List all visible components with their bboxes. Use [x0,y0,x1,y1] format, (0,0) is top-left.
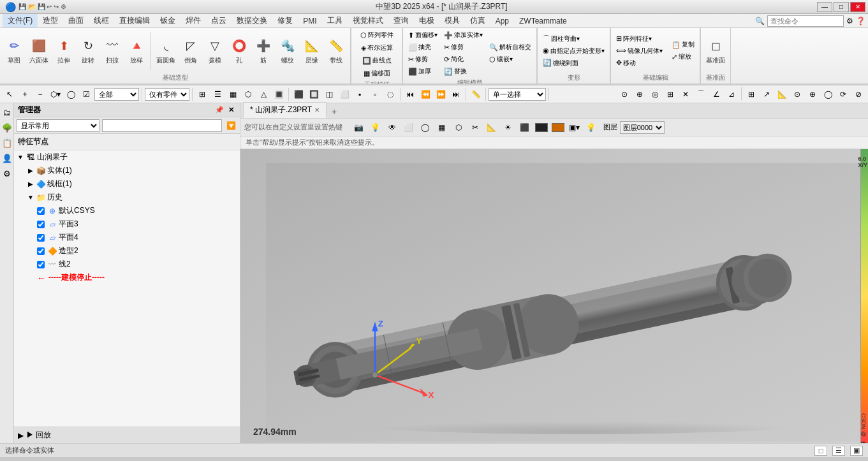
sidebar-icon-tree[interactable]: 🌳 [1,121,13,134]
ribbon-btn-hole[interactable]: ⭕ 孔 [228,34,251,68]
tb-render4[interactable]: ⬜ [337,87,351,101]
vp-btn-material[interactable]: ▣▾ [568,121,582,135]
tb-extra5[interactable]: ⊕ [805,87,820,101]
ribbon-btn-rib[interactable]: ➕ 筋 [252,34,275,68]
vp-btn-sphere[interactable]: ◯ [418,121,432,135]
ribbon-btn-hexahedron[interactable]: 🟫 六面体 [27,34,51,68]
tb-extra4[interactable]: ⊙ [790,87,804,101]
tree-item-plane3[interactable]: ▱ 平面3 [14,217,240,231]
menu-visual[interactable]: 视觉样式 [348,14,388,27]
tb-cursor[interactable]: ↖ [3,87,17,101]
canvas-area[interactable]: Z X Y 274.94mm CSDN @山润果子 6.0X/ [240,149,868,443]
tb-snap7[interactable]: ∠ [709,87,723,101]
tb-render3[interactable]: ◫ [322,87,336,101]
layer-select[interactable]: 图层0000 [620,121,665,134]
tree-check-plane3[interactable] [37,221,45,228]
search-input[interactable] [767,15,844,27]
tb-view2[interactable]: ☰ [210,87,224,101]
tree-check-csys[interactable] [37,207,45,215]
sidebar-filter-button[interactable]: 🔽 [224,119,237,132]
tree-item-csys[interactable]: ⊕ 默认CSYS [14,204,240,217]
vp-btn-wireview[interactable]: ⬡ [452,121,466,135]
tb-snap5[interactable]: ✕ [679,87,693,101]
vp-btn-color2[interactable] [551,121,565,135]
tb-view5[interactable]: △ [256,87,270,101]
tb-snap1[interactable]: ⊙ [617,87,631,101]
tree-toggle-history[interactable]: ▼ [27,194,34,201]
tree-item-plane4[interactable]: ▱ 平面4 [14,231,240,244]
tb-render1[interactable]: ⬛ [291,87,305,101]
tree-item-model2[interactable]: 🔶 造型2 [14,244,240,258]
menu-weld[interactable]: 焊件 [180,14,206,27]
tree-toggle-wireframe[interactable]: ▶ [27,180,34,188]
ribbon-btn-wrap[interactable]: 🔄缠绕到面 [540,57,607,69]
ribbon-btn-fillet[interactable]: ◟ 面圆角 [154,34,178,68]
sidebar-icon-settings[interactable]: ⚙ [1,167,13,180]
tb-snap6[interactable]: ⌒ [694,87,708,101]
tb-render6[interactable]: ▫ [368,87,382,101]
status-btn-1[interactable]: □ [814,446,827,456]
tree-item-wireframe[interactable]: ▶ 🔷 线框(1) [14,177,240,191]
tb-anim3[interactable]: ⏩ [434,87,448,101]
ribbon-btn-replace[interactable]: 🔄替换 [441,66,485,77]
tb-select-type[interactable]: ⬡▾ [48,87,63,101]
tree-item-history[interactable]: ▼ 📁 历史 [14,191,240,204]
ribbon-btn-inlay[interactable]: ⬡镶嵌▾ [487,54,534,65]
vp-btn-color1[interactable] [534,121,548,135]
tb-render5[interactable]: ▪ [353,87,367,101]
sidebar-search-input[interactable] [102,119,222,132]
tb-extra3[interactable]: 📐 [775,87,789,101]
sidebar-close-button[interactable]: ✕ [226,105,236,115]
sidebar-bottom-playback[interactable]: ▶ ▶ 回放 [14,427,240,443]
menu-mold[interactable]: 模具 [439,14,465,27]
menu-pmi[interactable]: PMI [298,15,321,27]
tb-snap8[interactable]: ⊿ [725,87,739,101]
menu-surface[interactable]: 曲面 [63,14,89,27]
ribbon-btn-analyze[interactable]: 🔍解析自相交 [487,41,534,53]
ribbon-btn-mirror[interactable]: ⟺镜像几何体▾ [614,45,665,57]
tree-check-model2[interactable] [37,247,45,255]
vp-btn-render2[interactable]: ⬛ [518,121,532,135]
sidebar-icon-layers[interactable]: 📋 [1,136,13,149]
menu-data-exchange[interactable]: 数据交换 [232,14,272,27]
tree-check-plane4[interactable] [37,234,45,242]
ribbon-btn-eng4[interactable]: ▦偏移面 [361,68,393,79]
ribbon-btn-revolve[interactable]: ↻ 旋转 [77,34,99,68]
ribbon-btn-thread[interactable]: 🔩 螺纹 [276,34,299,68]
tab-main-part[interactable]: * 山润果子.Z3PRT ✕ [243,102,327,118]
ribbon-btn-trim[interactable]: ✂修剪 [406,54,440,65]
tb-anim2[interactable]: ⏪ [418,87,432,101]
menu-zwteammate[interactable]: ZWTeammate [514,15,572,27]
ribbon-btn-sketch[interactable]: ✏ 草图 [3,34,26,68]
vp-btn-cube[interactable]: ⬜ [402,121,416,135]
ribbon-btn-strip[interactable]: 📏 带线 [325,34,348,68]
tb-view3[interactable]: ▦ [226,87,240,101]
ribbon-btn-extrude[interactable]: ⬆ 拉伸 [52,34,75,68]
tree-item-line2[interactable]: 〰 线2 [14,258,240,271]
tb-filter-select[interactable]: 全部 仅有零件 [94,88,139,101]
tb-view4[interactable]: ⬡ [241,87,255,101]
ribbon-btn-chamfer[interactable]: ◸ 倒角 [179,34,202,68]
vp-btn-grid[interactable]: ▦ [435,121,449,135]
sidebar-icon-user[interactable]: 👤 [1,152,13,165]
tb-extra7[interactable]: ⟳ [836,87,850,101]
tb-extra8[interactable]: ⊘ [851,87,865,101]
vp-btn-eye[interactable]: 👁 [385,121,399,135]
ribbon-btn-loft[interactable]: 🔺 放样 [125,34,148,68]
ribbon-btn-eng3[interactable]: 🔲曲线点 [360,55,394,66]
help-icon[interactable]: ❓ [856,17,865,26]
tb-measure[interactable]: 📏 [469,87,483,101]
menu-electrode[interactable]: 电极 [414,14,439,27]
ribbon-btn-add-solid[interactable]: ➕添加实体▾ [441,29,485,41]
ribbon-btn-face-offset[interactable]: ⬆面偏移▾ [406,29,440,41]
tree-item-solid[interactable]: ▶ 📦 实体(1) [14,164,240,177]
ribbon-btn-scale[interactable]: ⤢缩放 [669,51,697,62]
ribbon-btn-thicken[interactable]: ⬛加厚 [406,66,440,77]
status-btn-2[interactable]: ☰ [832,446,845,456]
ribbon-btn-move[interactable]: ✥移动 [614,57,665,69]
tb-select-mode[interactable]: 单一选择 [489,88,546,101]
tree-toggle-solid[interactable]: ▶ [27,167,34,175]
tb-anim4[interactable]: ⏭ [449,87,463,101]
ribbon-btn-shell[interactable]: ⬜抽壳 [406,41,440,53]
ribbon-btn-trim2[interactable]: ✂修剪 [441,41,485,53]
